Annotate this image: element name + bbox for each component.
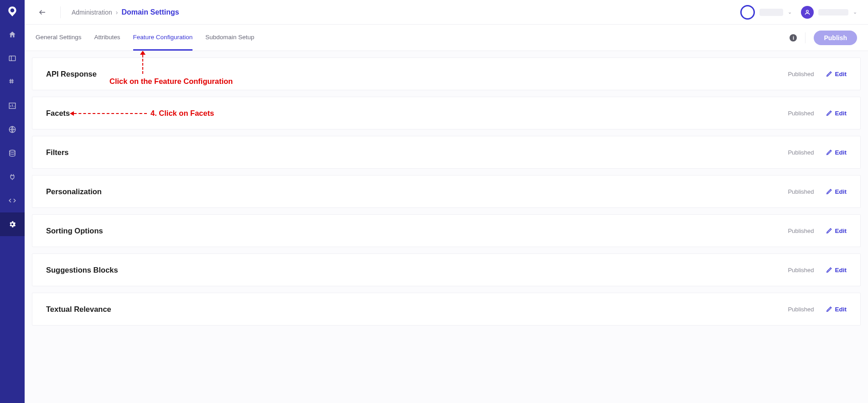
tab-feature-configuration[interactable]: Feature Configuration	[133, 25, 193, 51]
status-badge: Published	[788, 306, 814, 313]
sidebar-item-plug[interactable]	[0, 165, 25, 189]
edit-button[interactable]: Edit	[826, 149, 847, 156]
card-textual-relevance[interactable]: Textual Relevance Published Edit	[32, 293, 861, 326]
sidebar-item-analytics[interactable]	[0, 94, 25, 118]
card-api-response[interactable]: API Response Published Edit	[32, 57, 861, 90]
sidebar-item-database[interactable]	[0, 141, 25, 165]
card-title: Textual Relevance	[46, 305, 111, 314]
edit-label: Edit	[835, 149, 847, 156]
divider	[60, 6, 61, 18]
status-badge: Published	[788, 188, 814, 195]
svg-point-9	[806, 10, 809, 12]
status-badge: Published	[788, 110, 814, 117]
edit-button[interactable]: Edit	[826, 267, 847, 274]
pencil-icon	[826, 71, 832, 77]
pencil-icon	[826, 267, 832, 273]
edit-label: Edit	[835, 227, 847, 234]
edit-label: Edit	[835, 110, 847, 117]
breadcrumb-current: Domain Settings	[121, 8, 179, 16]
sidebar	[0, 0, 25, 403]
org-name	[759, 9, 783, 16]
back-button[interactable]	[36, 5, 49, 19]
card-title: Personalization	[46, 187, 102, 196]
svg-point-7	[10, 150, 15, 152]
info-icon[interactable]: i	[790, 34, 797, 41]
chevron-down-icon: ⌄	[788, 9, 792, 15]
divider	[805, 32, 806, 43]
card-filters[interactable]: Filters Published Edit	[32, 136, 861, 169]
card-title: Filters	[46, 148, 69, 157]
tabs-bar: General Settings Attributes Feature Conf…	[25, 25, 868, 51]
tab-attributes[interactable]: Attributes	[94, 25, 120, 51]
tab-general-settings[interactable]: General Settings	[36, 25, 82, 51]
status-badge: Published	[788, 227, 814, 234]
card-title: Facets	[46, 109, 70, 118]
breadcrumb: Administration › Domain Settings	[72, 8, 179, 16]
sidebar-item-settings[interactable]	[0, 212, 25, 236]
edit-label: Edit	[835, 306, 847, 313]
card-facets[interactable]: Facets 4. Click on Facets Published Edit	[32, 97, 861, 129]
app-logo[interactable]	[0, 0, 25, 23]
org-avatar-icon	[740, 5, 755, 20]
edit-button[interactable]: Edit	[826, 110, 847, 117]
pencil-icon	[826, 188, 832, 195]
user-avatar-icon	[801, 6, 814, 19]
edit-button[interactable]: Edit	[826, 227, 847, 234]
pencil-icon	[826, 110, 832, 116]
card-title: Sorting Options	[46, 227, 103, 235]
annotation-arrow-left	[70, 111, 147, 116]
card-title: Suggestions Blocks	[46, 266, 118, 274]
user-name	[818, 9, 848, 16]
card-title: API Response	[46, 70, 97, 78]
breadcrumb-parent[interactable]: Administration	[72, 9, 112, 16]
edit-label: Edit	[835, 71, 847, 78]
sidebar-item-panels[interactable]	[0, 46, 25, 70]
topbar: Administration › Domain Settings ⌄ ⌄	[25, 0, 868, 25]
status-badge: Published	[788, 267, 814, 274]
chevron-down-icon: ⌄	[853, 9, 857, 15]
user-menu[interactable]: ⌄	[801, 6, 857, 19]
sidebar-item-plugins[interactable]	[0, 70, 25, 94]
svg-rect-0	[9, 56, 16, 61]
edit-label: Edit	[835, 188, 847, 195]
annotation-text: 4. Click on Facets	[151, 109, 214, 118]
tab-subdomain-setup[interactable]: Subdomain Setup	[205, 25, 254, 51]
status-badge: Published	[788, 71, 814, 78]
pencil-icon	[826, 149, 832, 155]
sidebar-item-home[interactable]	[0, 23, 25, 46]
edit-label: Edit	[835, 267, 847, 274]
sidebar-item-code[interactable]	[0, 189, 25, 212]
status-badge: Published	[788, 149, 814, 156]
card-personalization[interactable]: Personalization Published Edit	[32, 175, 861, 208]
content-area: Click on the Feature Configuration API R…	[25, 51, 868, 403]
publish-button[interactable]: Publish	[814, 31, 857, 45]
sidebar-item-globe[interactable]	[0, 118, 25, 141]
card-sorting-options[interactable]: Sorting Options Published Edit	[32, 214, 861, 247]
edit-button[interactable]: Edit	[826, 71, 847, 78]
edit-button[interactable]: Edit	[826, 188, 847, 195]
pencil-icon	[826, 306, 832, 312]
edit-button[interactable]: Edit	[826, 306, 847, 313]
card-suggestions-blocks[interactable]: Suggestions Blocks Published Edit	[32, 253, 861, 286]
chevron-right-icon: ›	[116, 9, 118, 16]
annotation-facets-hint: 4. Click on Facets	[70, 109, 214, 118]
pencil-icon	[826, 227, 832, 234]
org-switcher[interactable]: ⌄	[740, 5, 792, 20]
